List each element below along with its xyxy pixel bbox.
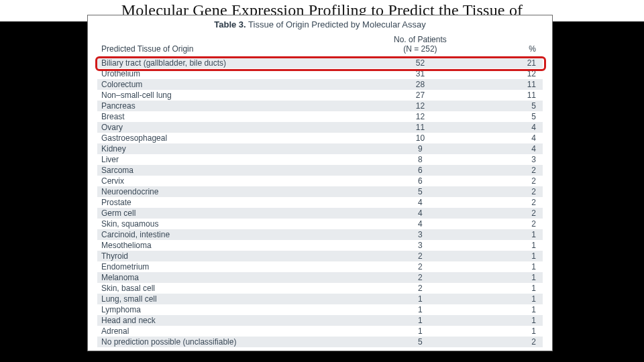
cell-tissue: Pancreas xyxy=(97,101,364,111)
header-n-line1: No. of Patients xyxy=(367,35,473,44)
cell-n: 11 xyxy=(364,122,476,133)
cell-pct: 5 xyxy=(476,111,543,122)
table-row: Head and neck11 xyxy=(97,315,543,326)
table-row: Prostate42 xyxy=(97,197,543,208)
cell-tissue: Adrenal xyxy=(97,326,364,337)
cell-n: 3 xyxy=(364,229,476,240)
table-row: No prediction possible (unclassifiable)5… xyxy=(97,337,543,347)
cell-n: 8 xyxy=(364,154,476,165)
table-row: Sarcoma62 xyxy=(97,165,543,176)
table-row: Urothelium3112 xyxy=(97,68,543,79)
cell-pct: 2 xyxy=(476,165,543,176)
cell-n: 52 xyxy=(364,58,476,68)
header-tissue: Predicted Tissue of Origin xyxy=(97,34,364,58)
table-row: Lung, small cell11 xyxy=(97,294,543,304)
cell-tissue: Skin, squamous xyxy=(97,219,364,229)
cell-pct: 4 xyxy=(476,133,543,143)
cell-n: 3 xyxy=(364,240,476,251)
table-row: Cervix62 xyxy=(97,176,543,186)
cell-tissue: Colorectum xyxy=(97,79,364,90)
table-row: Kidney94 xyxy=(97,143,543,154)
cell-pct: 4 xyxy=(476,122,543,133)
cell-pct: 2 xyxy=(476,176,543,186)
cell-n: 31 xyxy=(364,68,476,79)
table-row: Breast125 xyxy=(97,111,543,122)
cell-pct: 2 xyxy=(476,186,543,197)
cell-n: 2 xyxy=(364,251,476,261)
cell-n: 2 xyxy=(364,261,476,272)
table-title-text: Tissue of Origin Predicted by Molecular … xyxy=(248,19,426,29)
cell-tissue: Melanoma xyxy=(97,272,364,283)
table-row: Neuroendocrine52 xyxy=(97,186,543,197)
header-pct: % xyxy=(476,34,543,58)
table-row: Colorectum2811 xyxy=(97,79,543,90)
cell-pct: 5 xyxy=(476,101,543,111)
cell-n: 27 xyxy=(364,90,476,101)
cell-pct: 11 xyxy=(476,79,543,90)
cell-pct: 2 xyxy=(476,219,543,229)
cell-tissue: Thyroid xyxy=(97,251,364,261)
cell-tissue: Skin, basal cell xyxy=(97,283,364,294)
cell-pct: 1 xyxy=(476,272,543,283)
table-row: Non–small-cell lung2711 xyxy=(97,90,543,101)
cell-n: 1 xyxy=(364,304,476,315)
cell-n: 6 xyxy=(364,165,476,176)
table-title: Table 3. Tissue of Origin Predicted by M… xyxy=(97,19,543,34)
cell-pct: 1 xyxy=(476,261,543,272)
table-row: Carcinoid, intestine31 xyxy=(97,229,543,240)
header-n: No. of Patients (N = 252) xyxy=(364,34,476,58)
cell-pct: 12 xyxy=(476,68,543,79)
cell-tissue: Ovary xyxy=(97,122,364,133)
cell-n: 4 xyxy=(364,219,476,229)
table-row: Liver83 xyxy=(97,154,543,165)
cell-n: 2 xyxy=(364,272,476,283)
cell-pct: 11 xyxy=(476,90,543,101)
cell-pct: 1 xyxy=(476,229,543,240)
cell-tissue: Lymphoma xyxy=(97,304,364,315)
cell-tissue: Carcinoid, intestine xyxy=(97,229,364,240)
cell-tissue: Cervix xyxy=(97,176,364,186)
cell-pct: 4 xyxy=(476,143,543,154)
table-row: Gastroesophageal104 xyxy=(97,133,543,143)
cell-pct: 1 xyxy=(476,283,543,294)
cell-tissue: Gastroesophageal xyxy=(97,133,364,143)
cell-pct: 1 xyxy=(476,315,543,326)
cell-n: 4 xyxy=(364,208,476,219)
cell-n: 9 xyxy=(364,143,476,154)
cell-n: 12 xyxy=(364,101,476,111)
cell-tissue: Lung, small cell xyxy=(97,294,364,304)
table-card: Table 3. Tissue of Origin Predicted by M… xyxy=(87,15,553,351)
table-row: Pancreas125 xyxy=(97,101,543,111)
table-row: Adrenal11 xyxy=(97,326,543,337)
cell-pct: 1 xyxy=(476,294,543,304)
table-row: Mesothelioma31 xyxy=(97,240,543,251)
table-body: Biliary tract (gallbladder, bile ducts)5… xyxy=(97,58,543,347)
cell-tissue: Breast xyxy=(97,111,364,122)
slide-stage: Molecular Gene Expression Profiling to P… xyxy=(0,0,644,362)
table-row: Thyroid21 xyxy=(97,251,543,261)
cell-n: 2 xyxy=(364,283,476,294)
cell-pct: 2 xyxy=(476,337,543,347)
cell-tissue: Biliary tract (gallbladder, bile ducts) xyxy=(97,58,364,68)
cell-n: 1 xyxy=(364,294,476,304)
cell-tissue: No prediction possible (unclassifiable) xyxy=(97,337,364,347)
cell-tissue: Urothelium xyxy=(97,68,364,79)
cell-n: 1 xyxy=(364,315,476,326)
cell-pct: 21 xyxy=(476,58,543,68)
cell-n: 5 xyxy=(364,337,476,347)
cell-pct: 2 xyxy=(476,208,543,219)
cell-pct: 1 xyxy=(476,251,543,261)
cell-pct: 1 xyxy=(476,326,543,337)
cell-n: 1 xyxy=(364,326,476,337)
cell-n: 4 xyxy=(364,197,476,208)
table-row: Melanoma21 xyxy=(97,272,543,283)
header-n-line2: (N = 252) xyxy=(367,44,473,54)
cell-tissue: Prostate xyxy=(97,197,364,208)
cell-n: 10 xyxy=(364,133,476,143)
table-row: Biliary tract (gallbladder, bile ducts)5… xyxy=(97,58,543,68)
cell-n: 28 xyxy=(364,79,476,90)
cell-tissue: Endometrium xyxy=(97,261,364,272)
cell-n: 12 xyxy=(364,111,476,122)
table-row: Germ cell42 xyxy=(97,208,543,219)
table-row: Lymphoma11 xyxy=(97,304,543,315)
